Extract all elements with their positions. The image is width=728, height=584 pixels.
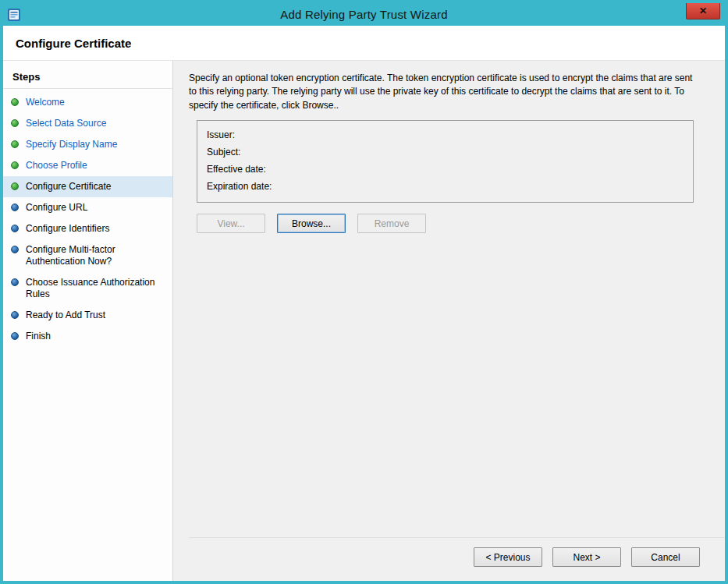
next-button[interactable]: Next > — [552, 547, 621, 567]
step-status-icon — [11, 140, 19, 148]
certificate-actions: View... Browse... Remove — [197, 214, 725, 233]
step-status-icon — [11, 246, 19, 253]
step-status-icon — [11, 161, 19, 169]
step-item: Welcome — [3, 92, 172, 113]
step-status-icon — [11, 332, 19, 340]
close-button[interactable]: ✕ — [686, 3, 720, 19]
cert-field-issuer: Issuer: — [207, 126, 684, 143]
wizard-footer: < Previous Next > Cancel — [189, 537, 725, 581]
titlebar[interactable]: Add Relying Party Trust Wizard ✕ — [3, 3, 725, 26]
step-label: Welcome — [26, 97, 65, 108]
step-status-icon — [11, 119, 19, 127]
wizard-icon — [7, 8, 21, 22]
wizard-window: Add Relying Party Trust Wizard ✕ Configu… — [0, 0, 728, 584]
step-label: Configure Identifiers — [26, 223, 109, 235]
step-item: Configure Certificate — [3, 176, 172, 197]
steps-heading: Steps — [3, 67, 172, 89]
step-label: Configure Certificate — [26, 181, 111, 193]
step-label: Configure URL — [26, 202, 87, 214]
cert-field-expiration-date: Expiration date: — [207, 178, 684, 195]
step-item: Choose Issuance Authorization Rules — [3, 272, 172, 305]
steps-list: Welcome Select Data Source Specify Displ… — [3, 92, 172, 347]
description-text: Specify an optional token encryption cer… — [189, 72, 698, 112]
step-label: Choose Issuance Authorization Rules — [26, 277, 166, 300]
main-content: Specify an optional token encryption cer… — [173, 61, 725, 581]
cert-field-subject: Subject: — [207, 143, 684, 161]
browse-button[interactable]: Browse... — [277, 214, 346, 233]
step-item: Configure Multi-factor Authentication No… — [3, 239, 172, 272]
page-header: Configure Certificate — [3, 26, 725, 61]
step-status-icon — [11, 311, 19, 319]
step-label: Specify Display Name — [26, 139, 117, 150]
step-item: Choose Profile — [3, 155, 172, 176]
cancel-button[interactable]: Cancel — [631, 547, 700, 567]
step-item: Ready to Add Trust — [3, 305, 172, 326]
step-status-icon — [11, 204, 19, 211]
step-label: Ready to Add Trust — [26, 310, 105, 321]
certificate-box: Issuer: Subject: Effective date: Expirat… — [197, 120, 694, 203]
step-item: Finish — [3, 326, 172, 347]
steps-sidebar: Steps Welcome Select Data Source Specify… — [3, 61, 173, 581]
step-status-icon — [11, 98, 19, 106]
wizard-body: Steps Welcome Select Data Source Specify… — [3, 61, 725, 581]
step-status-icon — [11, 182, 19, 190]
step-item: Specify Display Name — [3, 134, 172, 155]
cert-field-effective-date: Effective date: — [207, 161, 684, 178]
step-item: Configure URL — [3, 197, 172, 218]
remove-button[interactable]: Remove — [357, 214, 426, 233]
step-status-icon — [11, 225, 19, 232]
window-title: Add Relying Party Trust Wizard — [3, 8, 725, 21]
previous-button[interactable]: < Previous — [474, 547, 542, 567]
step-label: Choose Profile — [26, 160, 87, 172]
step-item: Configure Identifiers — [3, 218, 172, 239]
page-title: Configure Certificate — [16, 37, 711, 50]
view-button[interactable]: View... — [197, 214, 265, 233]
step-item: Select Data Source — [3, 113, 172, 134]
step-label: Configure Multi-factor Authentication No… — [26, 244, 166, 267]
step-label: Finish — [26, 331, 51, 342]
step-label: Select Data Source — [26, 118, 106, 129]
close-icon: ✕ — [699, 5, 707, 16]
step-status-icon — [11, 278, 19, 286]
